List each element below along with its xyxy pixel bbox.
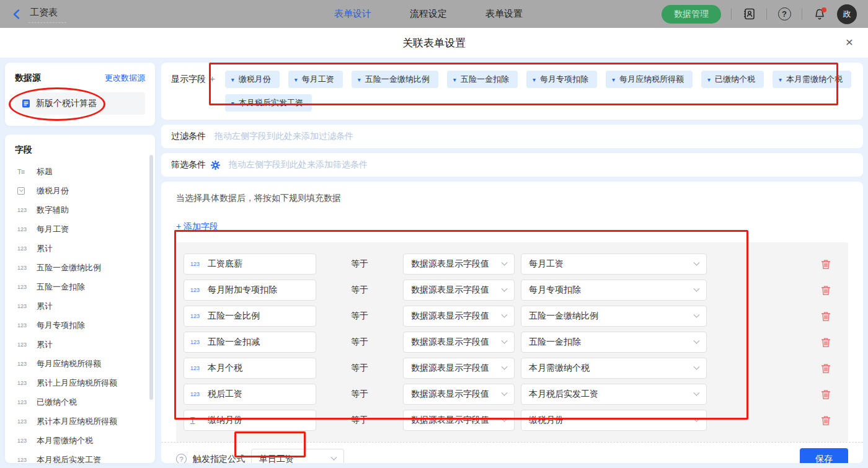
source-field-select[interactable]: 缴税月份	[521, 410, 707, 431]
source-field-select[interactable]: 每月工资	[521, 254, 707, 275]
source-field-select[interactable]: 五险一金缴纳比例	[521, 306, 707, 327]
source-type-select[interactable]: 数据源表显示字段值	[403, 332, 515, 353]
mapping-field-chip[interactable]: 五险一金比例	[184, 306, 316, 327]
field-label: 标题	[37, 166, 53, 177]
contacts-book-icon[interactable]	[742, 7, 756, 22]
add-display-field-icon[interactable]: +	[210, 71, 215, 84]
source-type-select[interactable]: 数据源表显示字段值	[403, 254, 515, 275]
source-field-select[interactable]: 每月专项扣除	[521, 280, 707, 301]
source-field-value: 五险一金缴纳比例	[529, 311, 598, 322]
display-field-chip[interactable]: ▾ 每月应纳税所得额	[606, 71, 693, 88]
source-field-value: 每月工资	[529, 258, 564, 270]
chip-label: 每月应纳税所得额	[619, 74, 684, 85]
source-type-value: 数据源表显示字段值	[411, 415, 489, 426]
field-label: 累计	[37, 243, 53, 254]
fields-panel: 字段 标题 缴税月份	[5, 135, 155, 463]
field-list-item[interactable]: 五险一金缴纳比例	[15, 258, 155, 277]
mapping-field-chip[interactable]: 每月附加专项扣除	[184, 280, 316, 301]
chip-label: 本月需缴纳个税	[786, 74, 843, 85]
mapping-field-chip[interactable]: 工资底薪	[184, 254, 316, 275]
tab-form-design[interactable]: 表单设计	[334, 8, 371, 20]
field-list-item[interactable]: 五险一金扣除	[15, 277, 155, 296]
display-fields-label: 显示字段	[171, 71, 206, 85]
datasource-selected-item[interactable]: 新版个税计算器	[15, 92, 145, 115]
mapping-field-chip[interactable]: 税后工资	[184, 384, 316, 405]
field-list-item[interactable]: 每月专项扣除	[15, 316, 155, 335]
field-list-item[interactable]: 本月税后实发工资	[15, 450, 155, 463]
delete-row-icon[interactable]	[821, 363, 831, 374]
field-list-item[interactable]: 每月应纳税所得额	[15, 354, 155, 373]
tab-form-settings[interactable]: 表单设置	[485, 8, 523, 20]
source-field-select[interactable]: 五险一金扣除	[521, 332, 707, 353]
fields-heading: 字段	[15, 144, 155, 156]
change-datasource-link[interactable]: 更改数据源	[105, 73, 145, 84]
display-field-chip[interactable]: ▾ 五险一金缴纳比例	[352, 71, 438, 88]
source-type-select[interactable]: 数据源表显示字段值	[403, 384, 515, 405]
display-field-chip[interactable]: ▾ 已缴纳个税	[701, 71, 764, 88]
trigger-formula-select[interactable]: 单日工资	[251, 449, 344, 464]
chevron-down-icon	[502, 259, 508, 265]
field-list-item[interactable]: 累计上月应纳税所得额	[15, 373, 155, 392]
delete-row-icon[interactable]	[821, 285, 831, 296]
source-field-select[interactable]: 本月税后实发工资	[521, 384, 707, 405]
main-panel: 显示字段 + ▾ 缴税月份 ▾ 每月工资	[161, 63, 863, 463]
delete-row-icon[interactable]	[821, 311, 831, 322]
add-field-link[interactable]: + 添加字段	[176, 221, 218, 232]
delete-row-icon[interactable]	[821, 415, 831, 426]
mapping-field-label: 每月附加专项扣除	[208, 285, 277, 296]
mapping-rows-container: 工资底薪 等于 数据源表显示字段值 每月工资	[176, 242, 848, 442]
mapping-row: 工资底薪 等于 数据源表显示字段值 每月工资	[184, 254, 841, 275]
scrollbar-thumb[interactable]	[149, 155, 153, 400]
screening-condition-dropzone[interactable]: 拖动左侧字段到此处来添加筛选条件	[229, 159, 368, 170]
close-icon[interactable]: ×	[846, 35, 853, 48]
field-label: 每月工资	[37, 224, 69, 235]
field-list-item[interactable]: 累计	[15, 239, 155, 258]
source-type-select[interactable]: 数据源表显示字段值	[403, 306, 515, 327]
mapping-field-chip[interactable]: 缴纳月份	[184, 410, 316, 431]
source-type-value: 数据源表显示字段值	[411, 311, 489, 322]
mapping-field-chip[interactable]: 五险一金扣减	[184, 332, 316, 353]
field-list-item[interactable]: 累计	[15, 335, 155, 354]
trigger-formula-value: 单日工资	[259, 454, 294, 464]
delete-row-icon[interactable]	[821, 389, 831, 400]
tab-flow-settings[interactable]: 流程设定	[410, 8, 447, 20]
operator-label: 等于	[316, 258, 403, 270]
field-list-item[interactable]: 已缴纳个税	[15, 392, 155, 412]
field-list-item[interactable]: 标题	[15, 162, 155, 181]
notification-bell-icon[interactable]	[812, 7, 827, 22]
field-label: 五险一金缴纳比例	[37, 262, 101, 273]
field-list-item[interactable]: 累计本月应纳税所得额	[15, 412, 155, 431]
source-type-select[interactable]: 数据源表显示字段值	[403, 358, 515, 379]
field-list-item[interactable]: 数字辅助	[15, 200, 155, 219]
display-field-chip[interactable]: ▾ 每月专项扣除	[526, 71, 597, 88]
help-icon[interactable]: ?	[777, 7, 792, 22]
source-type-select[interactable]: 数据源表显示字段值	[403, 410, 515, 431]
gear-icon[interactable]	[211, 161, 220, 170]
chip-label: 每月专项扣除	[540, 74, 588, 85]
mapping-row: 本月个税 等于 数据源表显示字段值 本月需缴纳个税	[184, 358, 841, 379]
source-type-select[interactable]: 数据源表显示字段值	[403, 280, 515, 301]
user-avatar[interactable]: 政	[837, 4, 857, 24]
delete-row-icon[interactable]	[821, 259, 831, 270]
display-field-chip[interactable]: ▾ 每月工资	[288, 71, 343, 88]
display-field-chip[interactable]: ▾ 本月税后实发工资	[225, 94, 312, 112]
field-list-item[interactable]: 每月工资	[15, 219, 155, 239]
field-type-icon	[17, 245, 31, 252]
topbar-tabs: 表单设计 流程设定 表单设置	[334, 0, 523, 28]
display-field-chip[interactable]: ▾ 本月需缴纳个税	[773, 71, 851, 88]
source-field-select[interactable]: 本月需缴纳个税	[521, 358, 707, 379]
mapping-field-chip[interactable]: 本月个税	[184, 358, 316, 379]
delete-row-icon[interactable]	[821, 337, 831, 348]
field-list-item[interactable]: 本月需缴纳个税	[15, 431, 155, 450]
save-button[interactable]: 保存	[800, 448, 848, 464]
display-field-chip[interactable]: ▾ 缴税月份	[225, 71, 280, 88]
field-list-item[interactable]: 缴税月份	[15, 181, 155, 200]
data-manage-button[interactable]: 数据管理	[662, 5, 721, 24]
operator-label: 等于	[316, 363, 403, 374]
back-icon[interactable]	[11, 9, 22, 20]
filter-condition-dropzone[interactable]: 拖动左侧字段到此处来添加过滤条件	[215, 131, 353, 142]
field-list-item[interactable]: 累计	[15, 296, 155, 316]
help-circle-icon[interactable]: ?	[176, 454, 187, 463]
source-type-value: 数据源表显示字段值	[411, 258, 489, 270]
display-field-chip[interactable]: ▾ 五险一金扣除	[447, 71, 518, 88]
